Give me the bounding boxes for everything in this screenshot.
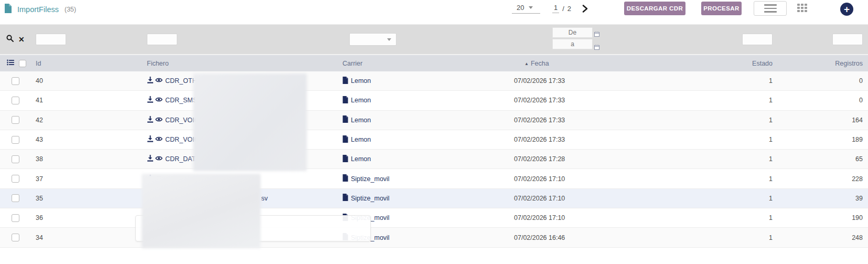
carrier-link[interactable]: Siptize_movil bbox=[342, 194, 390, 203]
page-size-value: 20 bbox=[517, 4, 524, 12]
filter-carrier-select[interactable] bbox=[349, 33, 397, 46]
cell-fecha: 07/02/2026 17:10 bbox=[503, 195, 593, 202]
document-icon bbox=[342, 194, 348, 203]
next-page-button[interactable] bbox=[581, 4, 589, 15]
optional-columns-icon[interactable] bbox=[7, 59, 14, 67]
cell-estado: 1 bbox=[593, 77, 775, 85]
carrier-label: Lemon bbox=[351, 117, 371, 124]
pager-total: 2 bbox=[567, 5, 571, 13]
row-checkbox[interactable] bbox=[12, 155, 19, 163]
carrier-label: Lemon bbox=[351, 136, 371, 143]
cell-estado: 1 bbox=[593, 214, 775, 221]
table-header: Id Fichero Carrier ▲Fecha Estado Registr… bbox=[0, 54, 868, 71]
download-icon[interactable] bbox=[147, 155, 154, 163]
column-header-id[interactable]: Id bbox=[29, 60, 136, 67]
filter-date-from-input[interactable] bbox=[552, 27, 593, 38]
privacy-blur-region bbox=[193, 73, 307, 171]
procesar-button[interactable]: PROCESAR bbox=[701, 2, 742, 15]
carrier-link[interactable]: Lemon bbox=[342, 135, 371, 144]
privacy-blur-region bbox=[142, 174, 261, 248]
page-size-select[interactable]: 20 bbox=[512, 2, 540, 14]
clear-filter-icon[interactable]: ✕ bbox=[18, 36, 25, 43]
filter-fichero-input[interactable] bbox=[147, 34, 177, 45]
carrier-label: Siptize_movil bbox=[351, 175, 390, 183]
column-header-fichero[interactable]: Fichero bbox=[136, 60, 336, 67]
cell-id: 41 bbox=[29, 97, 136, 104]
table-row[interactable]: 35 sv Siptize_movil 07/02/2026 17:10 bbox=[0, 189, 868, 208]
column-header-fecha[interactable]: ▲Fecha bbox=[503, 60, 593, 67]
table-row[interactable]: 37 Siptize_movil 07/02/2026 17:10 1 bbox=[0, 169, 868, 188]
view-icon[interactable] bbox=[155, 77, 163, 85]
filter-estado-input[interactable] bbox=[742, 34, 773, 45]
pager-current[interactable]: 1 bbox=[552, 4, 559, 13]
cell-fecha: 07/02/2026 17:10 bbox=[503, 175, 593, 183]
row-checkbox[interactable] bbox=[12, 234, 19, 241]
download-icon[interactable] bbox=[147, 96, 154, 104]
row-checkbox[interactable] bbox=[12, 194, 19, 202]
download-icon[interactable] bbox=[147, 135, 154, 144]
cell-id: 40 bbox=[29, 77, 136, 85]
row-checkbox[interactable] bbox=[12, 77, 19, 85]
document-icon bbox=[342, 115, 348, 124]
carrier-link[interactable]: Lemon bbox=[342, 77, 371, 86]
carrier-label: Lemon bbox=[351, 77, 371, 85]
cell-fecha: 07/02/2026 17:33 bbox=[503, 117, 593, 124]
download-icon[interactable] bbox=[147, 77, 154, 85]
table-body: 40 CDR_OTHER_ Lemon 07/02/2026 17:33 bbox=[0, 71, 868, 248]
carrier-link[interactable]: Lemon bbox=[342, 96, 371, 105]
view-icon[interactable] bbox=[155, 136, 163, 143]
cell-fecha: 07/02/2026 16:46 bbox=[503, 234, 593, 241]
table-row[interactable]: 42 CDR_VOICE_ Lemon 07/02/2026 17:33 bbox=[0, 111, 868, 130]
table-row[interactable]: 34 Siptize_movil 07/02/2026 16:46 1 bbox=[0, 228, 868, 247]
cell-registros: 65 bbox=[775, 155, 865, 163]
kanban-view-button[interactable] bbox=[797, 4, 810, 13]
document-icon bbox=[342, 96, 348, 105]
page-title[interactable]: ImportFiless bbox=[17, 5, 59, 14]
cell-registros: 248 bbox=[775, 234, 865, 241]
cell-registros: 189 bbox=[775, 136, 865, 143]
column-header-estado[interactable]: Estado bbox=[593, 60, 775, 67]
row-checkbox[interactable] bbox=[12, 175, 19, 183]
download-icon[interactable] bbox=[147, 116, 154, 124]
carrier-label: Siptize_movil bbox=[351, 195, 390, 202]
next-page-icon bbox=[581, 7, 589, 15]
document-icon bbox=[342, 174, 348, 183]
plus-icon: + bbox=[844, 4, 850, 15]
view-icon[interactable] bbox=[155, 97, 163, 104]
column-header-registros[interactable]: Registros bbox=[775, 60, 865, 67]
table-row[interactable]: 43 CDR_VOICE_ Lemon 07/02/2026 17:33 bbox=[0, 130, 868, 150]
carrier-link[interactable]: Lemon bbox=[342, 115, 371, 124]
search-icon[interactable] bbox=[6, 35, 14, 44]
row-checkbox[interactable] bbox=[12, 97, 19, 104]
cell-id: 42 bbox=[29, 117, 136, 124]
select-all-checkbox[interactable] bbox=[19, 60, 26, 67]
carrier-label: Lemon bbox=[351, 155, 371, 163]
cell-id: 38 bbox=[29, 155, 136, 163]
row-checkbox[interactable] bbox=[12, 136, 19, 144]
filter-row: ✕ bbox=[0, 24, 868, 54]
column-header-carrier[interactable]: Carrier bbox=[336, 60, 503, 67]
descargar-cdr-button[interactable]: DESCARGAR CDR bbox=[624, 2, 685, 15]
cell-registros: 228 bbox=[775, 175, 865, 183]
chevron-down-icon bbox=[387, 38, 391, 41]
table-row[interactable]: 36 Siptize_movil 07/02/2026 17:10 1 bbox=[0, 208, 868, 228]
table-row[interactable]: 38 CDR_DATA_M Lemon 07/02/2026 17:28 bbox=[0, 150, 868, 169]
filter-registros-input[interactable] bbox=[832, 34, 863, 45]
record-count: (35) bbox=[65, 6, 76, 13]
cell-id: 35 bbox=[29, 195, 136, 202]
cell-fecha: 07/02/2026 17:33 bbox=[503, 77, 593, 85]
cell-estado: 1 bbox=[593, 175, 775, 183]
carrier-link[interactable]: Lemon bbox=[342, 155, 371, 164]
table-row[interactable]: 41 CDR_SMS_MO Lemon 07/02/2026 17:33 bbox=[0, 91, 868, 110]
list-view-button[interactable] bbox=[754, 1, 787, 16]
view-icon[interactable] bbox=[155, 155, 163, 163]
filter-id-input[interactable] bbox=[36, 34, 66, 45]
importfiles-page: ImportFiless (35) 20 1 / 2 DESCARGAR CDR… bbox=[0, 0, 868, 264]
table-row[interactable]: 40 CDR_OTHER_ Lemon 07/02/2026 17:33 bbox=[0, 71, 868, 91]
row-checkbox[interactable] bbox=[12, 214, 19, 222]
row-checkbox[interactable] bbox=[12, 116, 19, 124]
filter-date-to-input[interactable] bbox=[552, 39, 593, 49]
carrier-link[interactable]: Siptize_movil bbox=[342, 174, 390, 183]
view-icon[interactable] bbox=[155, 117, 163, 124]
add-record-button[interactable]: + bbox=[840, 3, 853, 16]
